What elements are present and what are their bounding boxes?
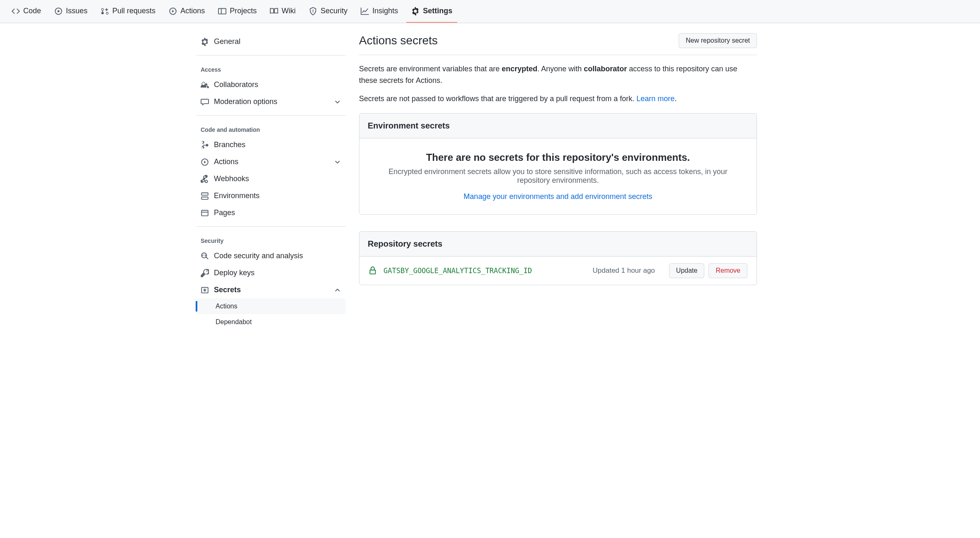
sidebar-item-code-security[interactable]: Code security and analysis bbox=[196, 247, 346, 264]
empty-title: There are no secrets for this repository… bbox=[369, 152, 747, 163]
page-title: Actions secrets bbox=[359, 34, 438, 47]
sidebar-item-label: Code security and analysis bbox=[214, 252, 303, 260]
tab-label: Pull requests bbox=[112, 7, 155, 15]
key-icon bbox=[201, 269, 209, 277]
secret-updated: Updated 1 hour ago bbox=[593, 267, 655, 275]
svg-rect-2 bbox=[313, 11, 313, 12]
webhook-icon bbox=[201, 175, 209, 183]
main-content: Actions secrets New repository secret Se… bbox=[359, 33, 757, 330]
learn-more-link[interactable]: Learn more bbox=[636, 95, 674, 103]
panel-heading: Repository secrets bbox=[359, 232, 757, 257]
sidebar-sub-secrets-dependabot[interactable]: Dependabot bbox=[196, 314, 346, 330]
sidebar-item-label: Pages bbox=[214, 208, 235, 217]
tab-label: Projects bbox=[230, 7, 257, 15]
lock-icon bbox=[369, 267, 377, 275]
code-icon bbox=[12, 7, 20, 15]
sidebar-item-label: Collaborators bbox=[214, 80, 258, 89]
sidebar-item-general[interactable]: General bbox=[196, 33, 346, 50]
server-icon bbox=[201, 192, 209, 200]
sidebar-sub-secrets-actions[interactable]: Actions bbox=[196, 298, 346, 314]
sidebar-item-webhooks[interactable]: Webhooks bbox=[196, 170, 346, 187]
browser-icon bbox=[201, 209, 209, 217]
sidebar-item-label: Actions bbox=[216, 303, 237, 310]
sidebar-item-pages[interactable]: Pages bbox=[196, 204, 346, 221]
tab-label: Settings bbox=[423, 7, 452, 15]
manage-environments-link[interactable]: Manage your environments and add environ… bbox=[463, 192, 652, 201]
secret-actions: Update Remove bbox=[669, 263, 747, 278]
sidebar-item-branches[interactable]: Branches bbox=[196, 136, 346, 153]
environment-secrets-panel: Environment secrets There are no secrets… bbox=[359, 113, 757, 215]
sidebar-item-label: Secrets bbox=[214, 286, 241, 294]
tab-label: Code bbox=[23, 7, 41, 15]
sidebar-heading-access: Access bbox=[196, 61, 346, 76]
tab-settings[interactable]: Settings bbox=[406, 0, 457, 23]
chevron-down-icon bbox=[333, 158, 342, 166]
tab-projects[interactable]: Projects bbox=[213, 0, 262, 23]
sidebar-heading-automation: Code and automation bbox=[196, 121, 346, 136]
issue-icon bbox=[54, 7, 63, 15]
sidebar-item-label: General bbox=[214, 37, 240, 46]
sidebar-heading-security: Security bbox=[196, 232, 346, 247]
sidebar-item-actions[interactable]: Actions bbox=[196, 153, 346, 170]
gear-icon bbox=[201, 38, 209, 46]
tab-actions[interactable]: Actions bbox=[164, 0, 210, 23]
svg-point-1 bbox=[313, 10, 314, 11]
divider bbox=[196, 55, 346, 56]
chevron-down-icon bbox=[333, 98, 342, 106]
divider bbox=[196, 115, 346, 116]
tab-label: Insights bbox=[372, 7, 398, 15]
sidebar-item-label: Deploy keys bbox=[214, 269, 255, 277]
remove-secret-button[interactable]: Remove bbox=[708, 263, 747, 278]
git-branch-icon bbox=[201, 141, 209, 149]
new-repository-secret-button[interactable]: New repository secret bbox=[679, 33, 757, 48]
secret-row: GATSBY_GOOGLE_ANALYTICS_TRACKING_ID Upda… bbox=[359, 257, 757, 285]
tab-wiki[interactable]: Wiki bbox=[265, 0, 301, 23]
sidebar-item-label: Moderation options bbox=[214, 97, 277, 106]
update-secret-button[interactable]: Update bbox=[669, 263, 705, 278]
sidebar-item-label: Branches bbox=[214, 141, 245, 149]
repo-top-nav: Code Issues Pull requests Actions Projec… bbox=[0, 0, 980, 23]
play-circle-icon bbox=[169, 7, 177, 15]
description-paragraph: Secrets are environment variables that a… bbox=[359, 63, 757, 87]
sidebar-item-deploy-keys[interactable]: Deploy keys bbox=[196, 264, 346, 281]
tab-pull-requests[interactable]: Pull requests bbox=[96, 0, 160, 23]
page-header: Actions secrets New repository secret bbox=[359, 33, 757, 55]
secret-name: GATSBY_GOOGLE_ANALYTICS_TRACKING_ID bbox=[383, 267, 532, 275]
panel-heading: Environment secrets bbox=[359, 114, 757, 138]
sidebar-item-label: Actions bbox=[214, 158, 238, 166]
key-asterisk-icon bbox=[201, 286, 209, 294]
divider bbox=[196, 226, 346, 227]
tab-issues[interactable]: Issues bbox=[49, 0, 92, 23]
svg-point-0 bbox=[58, 10, 60, 12]
gear-icon bbox=[411, 7, 420, 15]
settings-sidebar: General Access Collaborators Moderation … bbox=[196, 33, 346, 330]
sidebar-item-label: Environments bbox=[214, 191, 260, 200]
tab-security[interactable]: Security bbox=[304, 0, 352, 23]
play-circle-icon bbox=[201, 158, 209, 166]
sidebar-item-collaborators[interactable]: Collaborators bbox=[196, 76, 346, 93]
chevron-up-icon bbox=[333, 286, 342, 294]
sidebar-item-moderation[interactable]: Moderation options bbox=[196, 93, 346, 110]
tab-insights[interactable]: Insights bbox=[356, 0, 403, 23]
tab-label: Wiki bbox=[281, 7, 296, 15]
sidebar-item-secrets[interactable]: Secrets bbox=[196, 281, 346, 298]
sidebar-item-label: Dependabot bbox=[216, 318, 252, 325]
book-icon bbox=[270, 7, 278, 15]
tab-code[interactable]: Code bbox=[7, 0, 46, 23]
git-pull-request-icon bbox=[101, 7, 109, 15]
panel-body: There are no secrets for this repository… bbox=[359, 138, 757, 214]
tab-label: Issues bbox=[66, 7, 87, 15]
repository-secrets-panel: Repository secrets GATSBY_GOOGLE_ANALYTI… bbox=[359, 231, 757, 285]
comment-icon bbox=[201, 98, 209, 106]
description-paragraph: Secrets are not passed to workflows that… bbox=[359, 93, 757, 105]
tab-label: Security bbox=[320, 7, 347, 15]
empty-text: Encrypted environment secrets allow you … bbox=[384, 167, 732, 185]
tab-label: Actions bbox=[180, 7, 205, 15]
graph-icon bbox=[361, 7, 369, 15]
people-icon bbox=[201, 81, 209, 89]
sidebar-item-label: Webhooks bbox=[214, 174, 249, 183]
table-icon bbox=[218, 7, 226, 15]
shield-icon bbox=[309, 7, 317, 15]
codescan-icon bbox=[201, 252, 209, 260]
sidebar-item-environments[interactable]: Environments bbox=[196, 187, 346, 204]
